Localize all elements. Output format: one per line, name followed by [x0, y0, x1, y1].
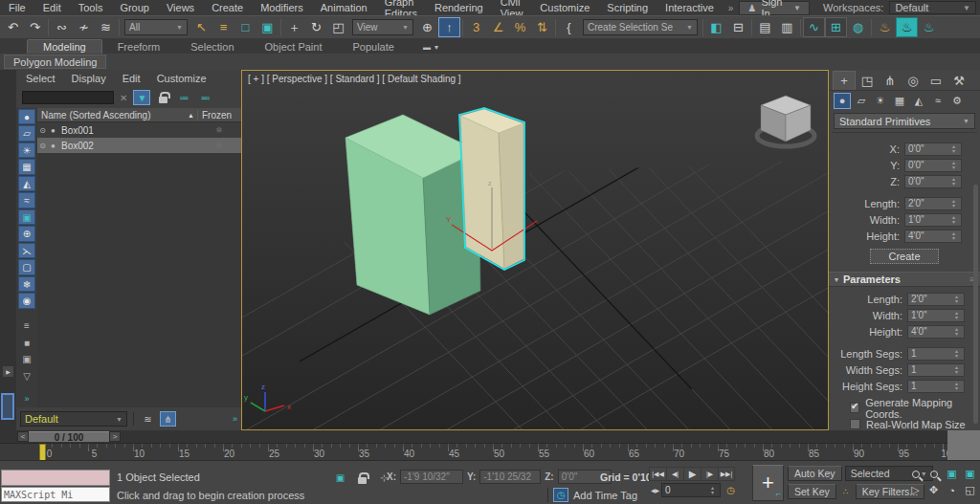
ribbon-tab-modeling[interactable]: Modeling [27, 39, 102, 54]
category-space-warps[interactable]: ≈ [929, 93, 947, 109]
column-name-header[interactable]: Name (Sorted Ascending) ▲ [37, 110, 197, 121]
toggle-display-influences-button[interactable]: ▣ [18, 352, 35, 367]
workspaces-dropdown[interactable]: Default ▼ [889, 1, 976, 14]
column-frozen-header[interactable]: Frozen [197, 110, 241, 121]
menu-customize[interactable]: Customize [531, 0, 598, 15]
coord-y-field[interactable]: -1'10 25/32 [479, 470, 541, 484]
play-button[interactable]: ▶ [683, 467, 701, 481]
edit-named-selection-sets-button[interactable]: { [558, 17, 580, 37]
perspective-viewport[interactable]: [ + ] [ Perspective ] [ Standard ] [ Def… [241, 70, 829, 430]
frozen-snowflake-icon[interactable]: ❄ [197, 125, 241, 135]
menu-scripting[interactable]: Scripting [598, 0, 657, 15]
sync-selection-toggle[interactable]: ≕ [196, 90, 213, 105]
panel-tab-utilities[interactable]: ⚒ [947, 71, 970, 90]
active-layer-dropdown[interactable]: Default ▼ [20, 411, 127, 427]
next-frame-arrow[interactable]: > [109, 431, 121, 442]
isolate-selection-toggle[interactable]: ▣ [333, 471, 347, 485]
filter-geometry-button[interactable]: ● [18, 109, 35, 124]
set-keys-button[interactable]: + ⌐ [752, 465, 784, 501]
spinner[interactable] [952, 293, 961, 305]
filter-frozen-button[interactable]: ❄ [18, 276, 35, 292]
zoom-extents-all-button[interactable]: ▣ [961, 466, 979, 482]
render-production-button[interactable]: ♨ [918, 17, 940, 37]
footer-more-chevron[interactable]: » [233, 414, 237, 424]
menu-animation[interactable]: Animation [312, 0, 376, 15]
orbit-button[interactable]: ◔ [943, 482, 961, 498]
spinner[interactable] [949, 142, 958, 155]
undo-button[interactable]: ↶ [2, 17, 24, 37]
spinner[interactable] [952, 363, 961, 376]
spinner[interactable] [708, 484, 717, 496]
polygon-modeling-tab[interactable]: Polygon Modeling [4, 55, 106, 69]
select-children-toggle[interactable]: ≔ [175, 90, 192, 105]
panel-tab-display[interactable]: ▭ [924, 71, 947, 90]
percent-snap-toggle[interactable]: % [509, 17, 531, 37]
use-pivot-point-center-button[interactable]: ⊕ [416, 17, 438, 37]
time-configuration-button[interactable]: ◷ [723, 483, 739, 497]
panel-tab-create[interactable]: + [833, 71, 856, 90]
toggle-display-children-button[interactable]: ≡ [18, 318, 35, 334]
ribbon-tab-selection[interactable]: Selection [175, 40, 249, 54]
menu-modifiers[interactable]: Modifiers [252, 0, 312, 15]
spinner[interactable] [952, 380, 961, 392]
category-systems[interactable]: ⚙ [948, 93, 966, 109]
menu-group[interactable]: Group [111, 0, 158, 15]
spinner[interactable] [949, 230, 958, 242]
go-to-start-button[interactable]: |◀◀ [649, 467, 666, 481]
maxscript-mini-listener-input[interactable]: MAXScript Mi [1, 487, 110, 502]
menu-graph-editors[interactable]: Graph Editors [376, 0, 426, 15]
select-and-place-button[interactable]: ↑ [438, 17, 460, 37]
pan-view-button[interactable]: ✥ [924, 482, 943, 498]
track-bar[interactable]: 0510152025303540455055606570758085909510… [0, 443, 947, 460]
maximize-viewport-toggle[interactable]: ◱ [961, 482, 979, 498]
previous-frame-button[interactable]: ◀| [666, 467, 683, 481]
sign-in-button[interactable]: ♟ Sign In ▼ [739, 1, 810, 15]
select-and-link-button[interactable]: ∾ [51, 17, 73, 37]
menu-tools[interactable]: Tools [70, 0, 112, 15]
menu-edit[interactable]: Edit [34, 0, 70, 15]
filter-funnel-button[interactable]: ▼ [133, 90, 150, 105]
expand-toolbar-arrow[interactable]: ▶ [3, 366, 13, 377]
add-time-tag[interactable]: ◷ Add Time Tag [547, 488, 637, 502]
category-helpers[interactable]: ◭ [910, 93, 927, 109]
time-slider-track[interactable]: < 0 / 100 > [0, 430, 980, 443]
manage-layers-button[interactable]: ▤ [754, 17, 776, 37]
previous-frame-arrow[interactable]: < [17, 431, 29, 442]
spinner[interactable] [949, 175, 958, 187]
select-object-button[interactable]: ↖ [190, 17, 212, 37]
zoom-all-button[interactable] [924, 466, 943, 482]
render-setup-button[interactable]: ♨ [874, 17, 896, 37]
panel-tab-modify[interactable]: ◳ [856, 71, 879, 90]
go-to-end-button[interactable]: ▶▶| [718, 467, 735, 481]
viewport-layout-tab[interactable] [1, 393, 14, 420]
checkbox[interactable] [850, 419, 860, 429]
panel-scrollbar[interactable] [973, 185, 978, 424]
rectangular-selection-region-button[interactable]: □ [234, 17, 256, 37]
bind-to-space-warp-button[interactable]: ≋ [95, 17, 117, 37]
menu-rendering[interactable]: Rendering [426, 0, 492, 15]
time-slider-handle[interactable]: < 0 / 100 > [17, 431, 121, 442]
spinner[interactable] [949, 159, 958, 171]
rendered-frame-window-button[interactable]: ♨ [896, 17, 918, 37]
explorer-menu-display[interactable]: Display [72, 73, 106, 84]
ribbon-tab-freeform[interactable]: Freeform [102, 40, 176, 54]
filter-groups-button[interactable]: ▣ [18, 209, 35, 225]
scene-explorer-toggle[interactable]: ▥ [776, 17, 798, 37]
menu-views[interactable]: Views [158, 0, 203, 15]
redo-button[interactable]: ↷ [24, 17, 46, 37]
zoom-button[interactable] [906, 466, 924, 482]
key-mode-toggle[interactable]: ◀▶ [649, 483, 661, 497]
select-and-move-button[interactable]: ＋ [283, 17, 305, 37]
menu-civil-view[interactable]: Civil View [492, 0, 532, 15]
auto-key-button[interactable]: Auto Key [788, 466, 842, 481]
lock-explorer-button[interactable] [154, 90, 171, 105]
explorer-menu-select[interactable]: Select [26, 73, 56, 84]
window-crossing-toggle[interactable]: ▣ [256, 17, 278, 37]
material-editor-button[interactable]: ◍ [847, 17, 869, 37]
view-cube[interactable] [757, 96, 814, 146]
reference-coordinate-dropdown[interactable]: View▼ [352, 19, 413, 35]
align-button[interactable]: ⊟ [727, 17, 749, 37]
table-row-box001[interactable]: ⊙ ● Box001 ❄ [37, 122, 241, 138]
table-row-box002[interactable]: ⊙ ● Box002 ❄ [37, 138, 241, 153]
menu-create[interactable]: Create [203, 0, 252, 15]
